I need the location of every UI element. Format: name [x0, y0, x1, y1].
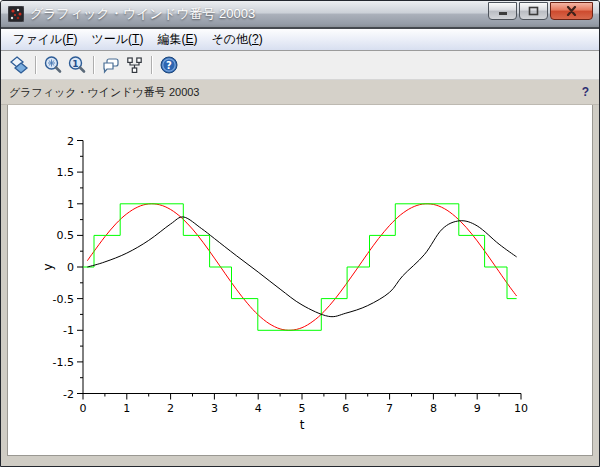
graph-editor-button[interactable] — [123, 53, 147, 77]
plot-figure: 012345678910-2-1.5-1-0.500.511.52ty — [8, 105, 594, 461]
menu-edit[interactable]: 編集(E) — [150, 29, 204, 50]
y-axis-label: y — [41, 263, 55, 270]
series-black-curve-filtered — [87, 217, 516, 317]
axes-spines — [83, 141, 521, 394]
graph-editor-icon — [125, 55, 145, 75]
graphics-window: グラフィック・ウインドウ番号 20003 ファイル(F) ツール(T) 編集( — [0, 0, 600, 467]
menu-edit-label: 編集( — [157, 32, 185, 46]
svg-text:?: ? — [166, 60, 172, 71]
minimize-icon — [498, 6, 508, 16]
y-tick-label: 1 — [67, 198, 74, 211]
close-button[interactable] — [550, 2, 593, 20]
maximize-button[interactable] — [519, 2, 548, 20]
x-tick-label: 1 — [123, 402, 130, 415]
x-tick-label: 0 — [80, 402, 87, 415]
datatip-button[interactable] — [99, 53, 123, 77]
x-tick-label: 10 — [514, 402, 528, 415]
help-icon: ? — [159, 55, 179, 75]
toolbar-separator — [35, 56, 37, 74]
close-icon — [566, 6, 577, 16]
toolbar-separator — [93, 56, 95, 74]
y-tick-label: 1.5 — [57, 166, 75, 179]
original-view-icon: 1 — [67, 55, 87, 75]
menu-file[interactable]: ファイル(F) — [6, 29, 84, 50]
y-tick-label: -2 — [63, 388, 74, 401]
help-button[interactable]: ? — [157, 53, 181, 77]
x-tick-label: 3 — [211, 402, 218, 415]
plot-canvas[interactable]: 012345678910-2-1.5-1-0.500.511.52ty — [7, 105, 593, 456]
rotate-button[interactable] — [7, 53, 31, 77]
y-tick-label: 0 — [67, 261, 74, 274]
zoom-area-button[interactable] — [41, 53, 65, 77]
x-tick-label: 9 — [474, 402, 481, 415]
minimize-button[interactable] — [488, 2, 517, 20]
y-tick-label: -0.5 — [53, 293, 74, 306]
zoom-area-icon — [43, 55, 63, 75]
menu-bar: ファイル(F) ツール(T) 編集(E) その他(?) — [1, 29, 599, 51]
x-tick-label: 8 — [430, 402, 437, 415]
infobar-help-icon[interactable]: ? — [582, 85, 591, 99]
rotate-icon — [9, 55, 29, 75]
x-tick-label: 7 — [386, 402, 393, 415]
datatip-icon — [101, 55, 121, 75]
scilab-app-icon — [8, 6, 24, 22]
menu-tools-label: ツール( — [91, 32, 132, 46]
y-tick-label: 2 — [67, 135, 74, 148]
toolbar-separator — [151, 56, 153, 74]
maximize-icon — [528, 6, 539, 16]
menu-file-label: ファイル( — [13, 32, 66, 46]
title-bar[interactable]: グラフィック・ウインドウ番号 20003 — [1, 1, 599, 29]
window-title: グラフィック・ウインドウ番号 20003 — [30, 5, 255, 23]
original-view-button[interactable]: 1 — [65, 53, 89, 77]
menu-tools[interactable]: ツール(T) — [84, 29, 150, 50]
x-tick-label: 4 — [255, 402, 262, 415]
toolbar: 1 ? — [1, 51, 599, 80]
menu-other-label: その他( — [211, 32, 252, 46]
y-tick-label: -1 — [63, 324, 74, 337]
x-tick-label: 5 — [299, 402, 306, 415]
svg-text:1: 1 — [72, 59, 78, 69]
infobar-text: グラフィック・ウインドウ番号 20003 — [9, 85, 582, 100]
x-tick-label: 2 — [167, 402, 174, 415]
caption-buttons — [488, 2, 593, 20]
menu-other[interactable]: その他(?) — [204, 29, 269, 50]
info-bar: グラフィック・ウインドウ番号 20003 ? — [1, 80, 599, 105]
y-tick-label: -1.5 — [53, 356, 74, 369]
x-axis-label: t — [300, 418, 305, 432]
x-tick-label: 6 — [342, 402, 349, 415]
window-frame: 012345678910-2-1.5-1-0.500.511.52ty — [1, 105, 599, 466]
y-tick-label: 0.5 — [57, 229, 75, 242]
